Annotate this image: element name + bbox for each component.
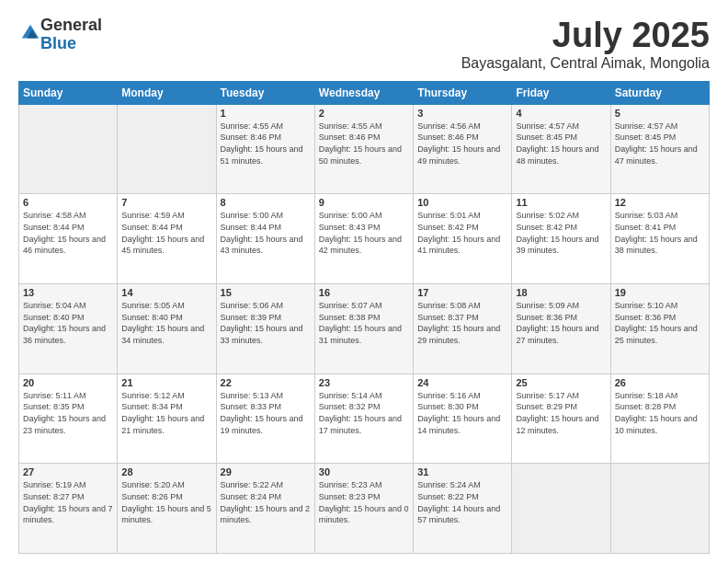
cell-0-4: 3Sunrise: 4:56 AMSunset: 8:46 PMDaylight… xyxy=(414,104,512,194)
cell-1-3: 9Sunrise: 5:00 AMSunset: 8:43 PMDaylight… xyxy=(314,194,413,284)
day-info: Sunrise: 5:06 AMSunset: 8:39 PMDaylight:… xyxy=(221,300,311,346)
day-info: Sunrise: 5:19 AMSunset: 8:27 PMDaylight:… xyxy=(23,479,113,525)
day-info: Sunrise: 4:57 AMSunset: 8:45 PMDaylight:… xyxy=(615,121,705,167)
day-info: Sunrise: 5:00 AMSunset: 8:43 PMDaylight:… xyxy=(319,210,409,256)
week-row-4: 27Sunrise: 5:19 AMSunset: 8:27 PMDayligh… xyxy=(19,464,710,554)
day-number: 30 xyxy=(319,466,409,477)
cell-0-6: 5Sunrise: 4:57 AMSunset: 8:45 PMDaylight… xyxy=(610,104,709,194)
day-info: Sunrise: 5:12 AMSunset: 8:34 PMDaylight:… xyxy=(121,390,211,436)
cell-0-1 xyxy=(118,104,216,194)
day-number: 21 xyxy=(121,377,211,388)
logo-text: General Blue xyxy=(40,17,102,53)
col-tuesday: Tuesday xyxy=(216,81,314,104)
day-number: 31 xyxy=(417,466,507,477)
day-info: Sunrise: 5:05 AMSunset: 8:40 PMDaylight:… xyxy=(121,300,211,346)
logo-icon xyxy=(20,23,40,43)
day-number: 7 xyxy=(121,197,211,208)
cell-3-3: 23Sunrise: 5:14 AMSunset: 8:32 PMDayligh… xyxy=(314,373,413,464)
cell-2-4: 17Sunrise: 5:08 AMSunset: 8:37 PMDayligh… xyxy=(414,284,512,374)
cell-4-0: 27Sunrise: 5:19 AMSunset: 8:27 PMDayligh… xyxy=(19,464,118,554)
title-block: July 2025 Bayasgalant, Central Aimak, Mo… xyxy=(461,17,710,72)
day-info: Sunrise: 4:57 AMSunset: 8:45 PMDaylight:… xyxy=(516,121,606,167)
day-number: 24 xyxy=(417,377,507,388)
day-info: Sunrise: 5:17 AMSunset: 8:29 PMDaylight:… xyxy=(516,390,606,436)
week-row-0: 1Sunrise: 4:55 AMSunset: 8:46 PMDaylight… xyxy=(19,104,710,194)
day-number: 19 xyxy=(615,287,705,298)
cell-1-6: 12Sunrise: 5:03 AMSunset: 8:41 PMDayligh… xyxy=(610,194,709,284)
week-row-2: 13Sunrise: 5:04 AMSunset: 8:40 PMDayligh… xyxy=(19,284,710,374)
calendar: Sunday Monday Tuesday Wednesday Thursday… xyxy=(18,81,710,554)
day-info: Sunrise: 5:11 AMSunset: 8:35 PMDaylight:… xyxy=(23,390,113,436)
cell-1-5: 11Sunrise: 5:02 AMSunset: 8:42 PMDayligh… xyxy=(512,194,610,284)
day-number: 20 xyxy=(23,377,113,388)
day-number: 13 xyxy=(23,287,113,298)
day-info: Sunrise: 5:00 AMSunset: 8:44 PMDaylight:… xyxy=(221,210,311,256)
cell-4-2: 29Sunrise: 5:22 AMSunset: 8:24 PMDayligh… xyxy=(216,464,314,554)
week-row-1: 6Sunrise: 4:58 AMSunset: 8:44 PMDaylight… xyxy=(19,194,710,284)
day-info: Sunrise: 4:59 AMSunset: 8:44 PMDaylight:… xyxy=(121,210,211,256)
day-number: 25 xyxy=(516,377,606,388)
month-title: July 2025 xyxy=(461,17,710,55)
col-saturday: Saturday xyxy=(610,81,709,104)
col-thursday: Thursday xyxy=(414,81,512,104)
day-number: 14 xyxy=(121,287,211,298)
day-info: Sunrise: 5:09 AMSunset: 8:36 PMDaylight:… xyxy=(516,300,606,346)
day-number: 4 xyxy=(516,108,606,119)
cell-0-0 xyxy=(19,104,118,194)
cell-0-5: 4Sunrise: 4:57 AMSunset: 8:45 PMDaylight… xyxy=(512,104,610,194)
day-number: 2 xyxy=(319,108,409,119)
day-number: 26 xyxy=(615,377,705,388)
day-info: Sunrise: 5:01 AMSunset: 8:42 PMDaylight:… xyxy=(417,210,507,256)
cell-2-5: 18Sunrise: 5:09 AMSunset: 8:36 PMDayligh… xyxy=(512,284,610,374)
day-info: Sunrise: 4:56 AMSunset: 8:46 PMDaylight:… xyxy=(417,121,507,167)
day-info: Sunrise: 5:14 AMSunset: 8:32 PMDaylight:… xyxy=(319,390,409,436)
day-number: 16 xyxy=(319,287,409,298)
day-info: Sunrise: 4:58 AMSunset: 8:44 PMDaylight:… xyxy=(23,210,113,256)
day-number: 12 xyxy=(615,197,705,208)
cell-3-5: 25Sunrise: 5:17 AMSunset: 8:29 PMDayligh… xyxy=(512,373,610,464)
day-info: Sunrise: 4:55 AMSunset: 8:46 PMDaylight:… xyxy=(319,121,409,167)
day-number: 1 xyxy=(221,108,311,119)
cell-4-6 xyxy=(610,464,709,554)
cell-1-4: 10Sunrise: 5:01 AMSunset: 8:42 PMDayligh… xyxy=(414,194,512,284)
cell-2-0: 13Sunrise: 5:04 AMSunset: 8:40 PMDayligh… xyxy=(19,284,118,374)
page: General Blue July 2025 Bayasgalant, Cent… xyxy=(0,0,728,563)
day-number: 23 xyxy=(319,377,409,388)
cell-2-3: 16Sunrise: 5:07 AMSunset: 8:38 PMDayligh… xyxy=(314,284,413,374)
day-info: Sunrise: 5:10 AMSunset: 8:36 PMDaylight:… xyxy=(615,300,705,346)
day-number: 27 xyxy=(23,466,113,477)
cell-2-2: 15Sunrise: 5:06 AMSunset: 8:39 PMDayligh… xyxy=(216,284,314,374)
day-info: Sunrise: 5:04 AMSunset: 8:40 PMDaylight:… xyxy=(23,300,113,346)
cell-3-0: 20Sunrise: 5:11 AMSunset: 8:35 PMDayligh… xyxy=(19,373,118,464)
day-number: 28 xyxy=(121,466,211,477)
day-number: 10 xyxy=(417,197,507,208)
day-info: Sunrise: 5:16 AMSunset: 8:30 PMDaylight:… xyxy=(417,390,507,436)
day-info: Sunrise: 5:02 AMSunset: 8:42 PMDaylight:… xyxy=(516,210,606,256)
cell-3-1: 21Sunrise: 5:12 AMSunset: 8:34 PMDayligh… xyxy=(118,373,216,464)
day-number: 11 xyxy=(516,197,606,208)
day-info: Sunrise: 4:55 AMSunset: 8:46 PMDaylight:… xyxy=(221,121,311,167)
day-number: 3 xyxy=(417,108,507,119)
col-sunday: Sunday xyxy=(19,81,118,104)
logo-general: General xyxy=(40,16,102,34)
location-title: Bayasgalant, Central Aimak, Mongolia xyxy=(461,55,710,72)
cell-3-2: 22Sunrise: 5:13 AMSunset: 8:33 PMDayligh… xyxy=(216,373,314,464)
cell-4-1: 28Sunrise: 5:20 AMSunset: 8:26 PMDayligh… xyxy=(118,464,216,554)
cell-2-6: 19Sunrise: 5:10 AMSunset: 8:36 PMDayligh… xyxy=(610,284,709,374)
cell-3-6: 26Sunrise: 5:18 AMSunset: 8:28 PMDayligh… xyxy=(610,373,709,464)
cell-4-4: 31Sunrise: 5:24 AMSunset: 8:22 PMDayligh… xyxy=(414,464,512,554)
col-wednesday: Wednesday xyxy=(314,81,413,104)
day-number: 6 xyxy=(23,197,113,208)
cell-2-1: 14Sunrise: 5:05 AMSunset: 8:40 PMDayligh… xyxy=(118,284,216,374)
col-monday: Monday xyxy=(118,81,216,104)
logo-blue: Blue xyxy=(40,34,76,52)
cell-1-2: 8Sunrise: 5:00 AMSunset: 8:44 PMDaylight… xyxy=(216,194,314,284)
week-row-3: 20Sunrise: 5:11 AMSunset: 8:35 PMDayligh… xyxy=(19,373,710,464)
day-number: 9 xyxy=(319,197,409,208)
cell-3-4: 24Sunrise: 5:16 AMSunset: 8:30 PMDayligh… xyxy=(414,373,512,464)
day-info: Sunrise: 5:08 AMSunset: 8:37 PMDaylight:… xyxy=(417,300,507,346)
cell-0-3: 2Sunrise: 4:55 AMSunset: 8:46 PMDaylight… xyxy=(314,104,413,194)
cell-4-5 xyxy=(512,464,610,554)
header: General Blue July 2025 Bayasgalant, Cent… xyxy=(18,17,710,72)
day-info: Sunrise: 5:20 AMSunset: 8:26 PMDaylight:… xyxy=(121,479,211,525)
